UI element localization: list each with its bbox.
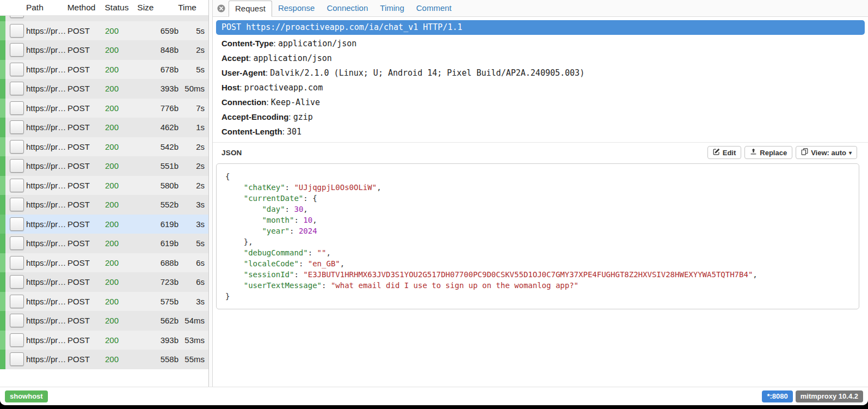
json-line: "day": 30, [225, 204, 850, 215]
flow-row[interactable]: https://pr…POST200688b6s [0, 253, 208, 273]
header-line: Content-Type: application/json [216, 36, 865, 51]
tab-comment[interactable]: Comment [410, 1, 458, 16]
flow-size: 723b [137, 277, 178, 286]
flow-row[interactable]: https://pr…POST200393b50ms [0, 79, 208, 99]
flow-row[interactable]: https://pr…POST200848b2s [0, 40, 208, 60]
json-punct: : [299, 259, 308, 268]
flow-marker [0, 176, 5, 196]
column-header-time[interactable]: Time [178, 3, 208, 13]
column-header-status[interactable]: Status [104, 3, 136, 13]
flow-row[interactable]: https://pr…POST200659b5s [0, 21, 208, 41]
flow-row[interactable]: https://pr…POST200678b5s [0, 60, 208, 80]
flow-path: https://pr… [26, 239, 67, 248]
flow-method: POST [67, 219, 105, 229]
tab-timing[interactable]: Timing [374, 1, 410, 16]
flow-time: 53ms [178, 335, 208, 345]
flow-path: https://pr… [26, 316, 67, 325]
flow-method: POST [67, 200, 105, 209]
edit-button[interactable]: Edit [707, 146, 742, 159]
json-punct [225, 227, 262, 235]
flow-type-icon [10, 236, 24, 250]
header-value: 301 [287, 127, 301, 137]
tab-connection[interactable]: Connection [321, 1, 374, 16]
header-name: Content-Type [221, 39, 274, 48]
body-format-label: JSON [221, 149, 242, 157]
edit-button-label: Edit [723, 149, 736, 157]
flow-method: POST [67, 335, 105, 345]
flow-marker [0, 156, 5, 176]
flow-row[interactable]: https://pr…POST200393b53ms [0, 331, 208, 350]
header-line: Host: proactiveapp.com [216, 81, 865, 95]
header-value: application/json [253, 53, 332, 63]
flow-path: https://pr… [26, 161, 67, 170]
flow-row[interactable]: https://pr…POST200552b3s [0, 195, 208, 215]
request-body-box[interactable]: { "chatKey": "UJjqgpjL0Os0OLiW", "curren… [216, 163, 859, 309]
column-header-size[interactable]: Size [136, 3, 178, 13]
json-punct [225, 270, 244, 279]
tab-request[interactable]: Request [229, 1, 272, 17]
flow-row[interactable]: https://pr…POST200776b7s [0, 99, 208, 118]
column-header-path[interactable]: Path [26, 3, 67, 13]
flow-size: 688b [137, 258, 178, 267]
flow-status: 200 [105, 161, 137, 170]
json-punct [225, 216, 262, 224]
json-line: "sessionId": "E3JBUTV1HRHMX63JVD3S1YOU2G… [225, 269, 850, 280]
flow-icon-cell [5, 256, 26, 270]
panel-divider[interactable] [209, 0, 213, 387]
status-badge--8080: *:8080 [762, 390, 792, 402]
flow-icon-cell [5, 24, 26, 38]
detail-tabs: RequestResponseConnectionTimingComment [229, 1, 458, 16]
flow-time: 5s [178, 65, 208, 74]
flow-path: https://pr… [26, 123, 67, 132]
flow-type-icon [10, 16, 24, 18]
json-key: "chatKey" [244, 183, 285, 192]
flow-row[interactable]: https://pr…POST200562b54ms [0, 311, 208, 331]
json-body: { "chatKey": "UJjqgpjL0Os0OLiW", "curren… [225, 171, 850, 302]
json-punct: : [290, 227, 299, 235]
flow-row[interactable]: https://pr…POST200619b5s [0, 234, 208, 253]
flow-row[interactable]: https://pr…POST200551b2s [0, 156, 208, 176]
json-punct: , [326, 248, 330, 257]
flow-status: 200 [105, 239, 137, 248]
flow-row[interactable]: https://pr…POST200619b3s [0, 215, 208, 234]
flow-row[interactable]: https://pr…POST200660b6s [0, 16, 208, 21]
flow-type-icon [10, 159, 24, 173]
json-punct: }, [225, 237, 253, 246]
flow-icon-cell [5, 140, 26, 154]
flow-method: POST [67, 161, 105, 170]
tab-response[interactable]: Response [272, 1, 321, 16]
flow-status: 200 [105, 65, 137, 74]
json-line: "currentDate": { [225, 193, 850, 204]
flow-row[interactable]: https://pr…POST200558b55ms [0, 350, 208, 369]
close-icon [217, 4, 225, 13]
flow-status: 200 [105, 355, 137, 364]
json-number: 10 [303, 216, 312, 224]
flow-row[interactable]: https://pr…POST200462b1s [0, 118, 208, 137]
flow-row[interactable]: https://pr…POST200580b2s [0, 176, 208, 196]
caret-down-icon: ▾ [849, 150, 852, 156]
flow-row[interactable]: https://pr…POST200542b2s [0, 137, 208, 157]
flow-row[interactable]: https://pr…POST200575b3s [0, 292, 208, 312]
flow-type-icon [10, 179, 24, 192]
flow-method: POST [67, 316, 105, 325]
json-punct: { [225, 172, 230, 181]
request-first-line[interactable]: POST https://proactiveapp.com/ia/chat_v1… [216, 20, 865, 35]
column-header-method[interactable]: Method [67, 3, 105, 13]
header-line: Accept: application/json [216, 51, 865, 66]
close-detail-button[interactable] [217, 4, 225, 13]
flow-icon-cell [5, 236, 26, 250]
flow-row[interactable]: https://pr…POST200723b6s [0, 272, 208, 292]
header-value: Keep-Alive [271, 97, 320, 107]
replace-button[interactable]: Replace [744, 146, 792, 159]
flow-time: 6s [178, 277, 208, 286]
header-name: User-Agent [221, 68, 266, 77]
json-key: "localeCode" [244, 259, 299, 268]
json-line: "month": 10, [225, 215, 850, 225]
flow-method: POST [67, 84, 105, 93]
flow-path: https://pr… [26, 26, 67, 35]
flow-detail-panel: RequestResponseConnectionTimingComment P… [213, 0, 868, 387]
flow-time: 2s [178, 181, 208, 190]
view-button[interactable]: View: auto ▾ [796, 146, 857, 159]
json-key: "sessionId" [244, 270, 294, 279]
flow-size: 562b [137, 316, 178, 325]
